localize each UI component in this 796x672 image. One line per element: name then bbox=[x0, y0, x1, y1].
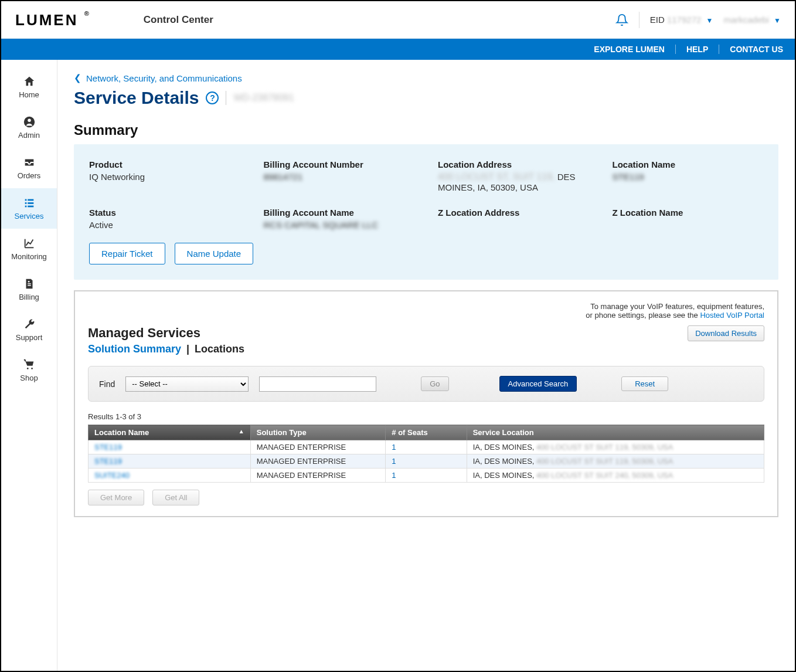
help-link[interactable]: HELP bbox=[675, 45, 708, 54]
field-label: Billing Account Number bbox=[264, 159, 415, 169]
sidebar-item-support[interactable]: Support bbox=[1, 310, 57, 350]
location-name-link[interactable]: SUITE240 bbox=[94, 471, 130, 480]
svg-rect-7 bbox=[28, 206, 33, 208]
field-label: Location Name bbox=[613, 159, 764, 169]
table-row[interactable]: STE119MANAGED ENTERPRISE1IA, DES MOINES,… bbox=[89, 440, 764, 454]
sidebar-item-label: Services bbox=[15, 212, 44, 220]
summary-card: Product IQ Networking Billing Account Nu… bbox=[74, 144, 778, 280]
field-status: Status Active bbox=[89, 208, 240, 230]
sidebar-item-label: Support bbox=[16, 333, 43, 342]
page-title: Service Details ? WD-23878091 bbox=[74, 88, 778, 108]
list-icon bbox=[23, 196, 36, 209]
sidebar-item-label: Monitoring bbox=[11, 252, 47, 261]
reset-button[interactable]: Reset bbox=[621, 376, 668, 391]
repair-ticket-button[interactable]: Repair Ticket bbox=[89, 243, 165, 264]
cell-service-location: IA, DES MOINES, 400 LOCUST ST SUIT 240, … bbox=[467, 469, 764, 483]
field-value: STE119 bbox=[613, 172, 764, 182]
cell-seats: 1 bbox=[386, 469, 467, 483]
cell-solution-type: MANAGED ENTERPRISE bbox=[250, 454, 386, 469]
field-value: IQ Networking bbox=[89, 172, 240, 182]
top-bar: LUMEN ® Control Center EID 1179272 ▼ mar… bbox=[1, 1, 795, 39]
managed-services-panel: To manage your VoIP features, equipment … bbox=[74, 290, 778, 517]
location-name-link[interactable]: STE119 bbox=[94, 443, 122, 452]
sidebar-item-admin[interactable]: Admin bbox=[1, 107, 57, 148]
field-location-name: Location Name STE119 bbox=[613, 159, 764, 192]
sort-asc-icon: ▲ bbox=[239, 428, 244, 435]
field-z-location-address: Z Location Address bbox=[438, 208, 589, 230]
utility-bar: EXPLORE LUMEN HELP CONTACT US bbox=[1, 39, 795, 60]
notifications-icon[interactable] bbox=[615, 13, 628, 26]
sidebar-item-home[interactable]: Home bbox=[1, 67, 57, 107]
field-z-location-name: Z Location Name bbox=[613, 208, 764, 230]
sidebar-item-billing[interactable]: Billing bbox=[1, 269, 57, 310]
user-icon bbox=[23, 116, 36, 128]
wrench-icon bbox=[23, 318, 36, 331]
col-solution-type[interactable]: Solution Type bbox=[250, 425, 386, 440]
locations-table: Location Name▲ Solution Type # of Seats … bbox=[88, 425, 764, 483]
download-results-button[interactable]: Download Results bbox=[688, 325, 764, 341]
svg-point-8 bbox=[28, 281, 29, 283]
contact-link[interactable]: CONTACT US bbox=[719, 45, 783, 54]
field-label: Billing Account Name bbox=[264, 208, 415, 218]
field-billing-account-name: Billing Account Name RCS CAPITAL SQUARE … bbox=[264, 208, 415, 230]
managed-tabs: Solution Summary | Locations bbox=[88, 343, 244, 355]
advanced-search-button[interactable]: Advanced Search bbox=[499, 376, 577, 392]
breadcrumb-parent: Network, Security, and Communications bbox=[86, 73, 242, 83]
sidebar-item-services[interactable]: Services bbox=[1, 188, 57, 229]
get-all-button[interactable]: Get All bbox=[152, 490, 199, 505]
logo: LUMEN ® bbox=[15, 10, 91, 29]
chevron-down-icon: ▼ bbox=[774, 16, 781, 25]
table-row[interactable]: STE119MANAGED ENTERPRISE1IA, DES MOINES,… bbox=[89, 454, 764, 469]
field-value: 400 LOCUST ST, SUIT 119, DES MOINES, IA,… bbox=[438, 172, 589, 192]
field-value: RCS CAPITAL SQUARE LLC bbox=[264, 220, 415, 230]
explore-link[interactable]: EXPLORE LUMEN bbox=[594, 45, 665, 54]
logo-text: LUMEN bbox=[15, 11, 78, 29]
col-seats[interactable]: # of Seats bbox=[386, 425, 467, 440]
chevron-left-icon: ❮ bbox=[74, 73, 81, 83]
hosted-voip-link[interactable]: Hosted VoIP Portal bbox=[700, 311, 764, 320]
cart-icon bbox=[23, 358, 36, 371]
user-menu[interactable]: markcadebi ▼ bbox=[723, 15, 781, 25]
get-more-button[interactable]: Get More bbox=[88, 490, 144, 505]
svg-point-10 bbox=[31, 368, 33, 369]
eid-menu[interactable]: EID 1179272 ▼ bbox=[650, 15, 713, 25]
help-icon[interactable]: ? bbox=[206, 91, 219, 104]
eid-value: 1179272 bbox=[667, 15, 701, 25]
cell-seats: 1 bbox=[386, 440, 467, 454]
cell-solution-type: MANAGED ENTERPRISE bbox=[250, 469, 386, 483]
tab-locations[interactable]: Locations bbox=[195, 343, 244, 355]
find-label: Find bbox=[99, 379, 115, 389]
sidebar-item-shop[interactable]: Shop bbox=[1, 350, 57, 391]
divider bbox=[226, 91, 226, 105]
chart-icon bbox=[23, 237, 36, 250]
find-input[interactable] bbox=[259, 376, 376, 392]
field-value: Active bbox=[89, 220, 240, 230]
tab-solution-summary[interactable]: Solution Summary bbox=[88, 343, 181, 355]
field-label: Product bbox=[89, 159, 240, 169]
sidebar-item-orders[interactable]: Orders bbox=[1, 148, 57, 188]
name-update-button[interactable]: Name Update bbox=[175, 243, 254, 264]
find-select[interactable]: -- Select -- bbox=[125, 376, 249, 392]
breadcrumb[interactable]: ❮ Network, Security, and Communications bbox=[74, 73, 778, 83]
field-label: Z Location Address bbox=[438, 208, 589, 218]
chevron-down-icon: ▼ bbox=[706, 16, 713, 25]
col-location-name[interactable]: Location Name▲ bbox=[89, 425, 251, 440]
table-row[interactable]: SUITE240MANAGED ENTERPRISE1IA, DES MOINE… bbox=[89, 469, 764, 483]
divider bbox=[639, 12, 639, 28]
home-icon bbox=[23, 75, 36, 88]
app-name: Control Center bbox=[144, 14, 213, 26]
svg-rect-3 bbox=[28, 199, 33, 201]
field-label: Status bbox=[89, 208, 240, 218]
username: markcadebi bbox=[723, 15, 769, 25]
go-button[interactable]: Go bbox=[421, 376, 448, 391]
document-icon bbox=[23, 277, 36, 290]
col-service-location[interactable]: Service Location bbox=[467, 425, 764, 440]
managed-services-title: Managed Services bbox=[88, 325, 244, 341]
sidebar: Home Admin Orders Services Monitoring Bi… bbox=[1, 60, 57, 671]
location-name-link[interactable]: STE119 bbox=[94, 457, 122, 466]
svg-rect-5 bbox=[28, 202, 33, 204]
sidebar-item-label: Shop bbox=[20, 374, 38, 382]
sidebar-item-monitoring[interactable]: Monitoring bbox=[1, 229, 57, 269]
field-location-address: Location Address 400 LOCUST ST, SUIT 119… bbox=[438, 159, 589, 192]
sidebar-item-label: Orders bbox=[18, 171, 41, 180]
